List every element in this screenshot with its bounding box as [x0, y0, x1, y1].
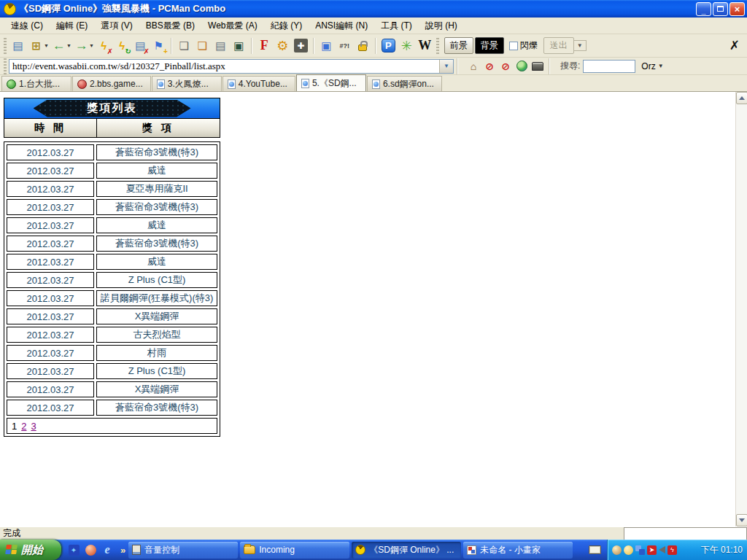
taskbar-task-volume[interactable]: 音量控制: [128, 542, 238, 559]
wikipedia-icon[interactable]: W: [416, 36, 434, 55]
font-icon[interactable]: F: [255, 36, 274, 55]
settings-gear-icon[interactable]: ⚙: [274, 36, 292, 55]
start-button[interactable]: 開始: [0, 540, 61, 560]
prize-banner: 獎項列表: [4, 98, 220, 119]
page-link[interactable]: 2: [21, 421, 26, 432]
console-icon[interactable]: [530, 59, 546, 74]
add-bookmark-icon[interactable]: ⚑+: [150, 36, 168, 55]
tab-1[interactable]: 1.台大批...: [1, 76, 71, 91]
forward-icon[interactable]: →: [72, 36, 90, 55]
foreground-color-button[interactable]: 前景: [444, 37, 473, 54]
menu-item[interactable]: BBS最愛 (B): [139, 18, 201, 34]
pointer-tool-icon[interactable]: ➤: [647, 545, 657, 555]
tab-3[interactable]: 3.火鳳燎...: [152, 76, 222, 91]
table-row: 2012.03.27威達: [7, 163, 217, 179]
page-link[interactable]: 3: [31, 421, 36, 432]
tab-label: 5.《SD鋼...: [312, 77, 357, 90]
bt-star-icon[interactable]: ✦: [67, 543, 80, 556]
minimize-button[interactable]: _: [696, 2, 711, 16]
globe-icon[interactable]: [514, 59, 530, 74]
send-button[interactable]: 送出: [543, 37, 574, 54]
emule-icon[interactable]: [612, 545, 622, 555]
copy-icon[interactable]: ❏: [175, 36, 193, 55]
background-color-button[interactable]: 背景: [475, 37, 504, 54]
ansi-list-icon[interactable]: ▤: [212, 36, 230, 55]
taskbar-task-pcman[interactable]: 《SD鋼彈 Online》 ...: [352, 542, 461, 559]
pcman-combo-window: 《SD鋼彈 Online》強襲風暴機 - PCMan Combo _ × 連線 …: [0, 0, 747, 560]
date-cell: 2012.03.27: [7, 217, 94, 233]
symbols-input-icon[interactable]: #?!: [336, 36, 354, 55]
menu-item[interactable]: 編輯 (E): [50, 18, 94, 34]
volume-speaker-icon[interactable]: [659, 546, 665, 553]
tab-5[interactable]: 5.《SD鋼...: [296, 74, 366, 91]
pcman-icon: [355, 545, 365, 555]
copy-ansi-icon[interactable]: ❏: [193, 36, 212, 55]
language-keyboard-icon[interactable]: [585, 542, 604, 557]
prize-header-box: 獎項列表 時 間 獎 項: [4, 98, 220, 138]
menu-item[interactable]: 選項 (V): [94, 18, 139, 34]
new-tab-icon[interactable]: ⊞: [27, 36, 45, 55]
tab-2[interactable]: 2.bbs.game...: [72, 76, 151, 91]
tab-6[interactable]: 6.sd鋼彈on...: [367, 76, 442, 91]
tab-label: 6.sd鋼彈on...: [383, 78, 434, 90]
toolbar-grip[interactable]: [4, 38, 7, 54]
date-cell: 2012.03.27: [7, 400, 94, 416]
close-button[interactable]: ×: [729, 2, 745, 16]
task-label: 音量控制: [144, 544, 179, 556]
close-toolbar-icon[interactable]: ✗: [729, 38, 740, 53]
table-row: 2012.03.27古夫烈焰型: [7, 327, 217, 343]
taskbar-task-folder[interactable]: Incoming: [240, 542, 349, 559]
menu-item[interactable]: 說明 (H): [419, 18, 464, 34]
window-blue-icon[interactable]: ▣: [317, 36, 336, 55]
lock-icon[interactable]: [354, 36, 372, 55]
opera-icon[interactable]: [84, 543, 97, 556]
search-input[interactable]: [583, 60, 635, 73]
plugin-asterisk-icon[interactable]: ✳: [398, 36, 416, 55]
home-icon[interactable]: ⌂: [465, 59, 481, 74]
red-status-icon: [77, 79, 87, 89]
quick-launch-overflow-icon[interactable]: »: [120, 545, 125, 556]
reconnect-icon[interactable]: ϟ↻: [113, 36, 131, 55]
downloader-icon[interactable]: ϟ: [667, 545, 677, 555]
system-tray: ➤ϟ下午 01:10: [607, 540, 747, 560]
close-session-icon[interactable]: ▤✗: [131, 36, 150, 55]
prize-table: 2012.03.27蒼藍宿命3號機(特3)2012.03.27威達2012.03…: [4, 141, 220, 437]
address-input[interactable]: [9, 60, 439, 73]
smiley-icon[interactable]: [624, 545, 633, 555]
menu-item[interactable]: 工具 (T): [374, 18, 419, 34]
network-blocks-icon[interactable]: [635, 545, 645, 555]
search-engine-label[interactable]: Orz: [641, 61, 655, 71]
menu-item[interactable]: ANSI編輯 (N): [309, 18, 374, 34]
menu-item[interactable]: 連線 (C): [4, 18, 50, 34]
page-preview-icon[interactable]: ▣: [230, 36, 248, 55]
block-popup-icon[interactable]: ⊘: [481, 59, 498, 74]
table-row: 2012.03.27諾貝爾鋼彈(狂暴模式)(特3): [7, 290, 217, 306]
back-icon[interactable]: ←: [50, 36, 68, 55]
search-engine-dropdown-icon[interactable]: ▼: [658, 63, 664, 69]
tab-4[interactable]: 4.YouTube...: [222, 76, 295, 91]
blink-checkbox[interactable]: [509, 42, 518, 50]
block-page-icon[interactable]: ⊘: [498, 59, 514, 74]
menu-item[interactable]: 紀錄 (Y): [264, 18, 309, 34]
taskbar-clock[interactable]: 下午 01:10: [701, 544, 743, 556]
restore-button[interactable]: [713, 2, 728, 16]
format-grip[interactable]: [436, 38, 439, 54]
ie-icon[interactable]: e: [101, 543, 114, 556]
scroll-down-icon[interactable]: [736, 514, 747, 526]
column-header-time: 時 間: [4, 119, 97, 137]
scroll-up-icon[interactable]: [736, 92, 747, 104]
prize-cell: 威達: [96, 254, 217, 270]
session-window-icon[interactable]: ▤: [9, 36, 27, 55]
menu-item[interactable]: Web最愛 (A): [201, 18, 264, 34]
address-grip[interactable]: [4, 58, 7, 74]
pcman-logo-icon[interactable]: P: [379, 36, 398, 55]
fullscreen-move-icon[interactable]: ✚: [292, 36, 310, 55]
prize-cell: Z Plus (C1型): [96, 272, 217, 288]
status-text: 完成: [3, 527, 20, 540]
vertical-scrollbar[interactable]: [735, 92, 747, 526]
send-dropdown[interactable]: ▼: [574, 40, 587, 51]
green-status-icon: [7, 79, 16, 89]
address-dropdown-icon[interactable]: ▼: [439, 60, 453, 73]
taskbar-task-paint[interactable]: 未命名 - 小畫家: [463, 542, 573, 559]
disconnect-icon[interactable]: ϟ✗: [95, 36, 113, 55]
